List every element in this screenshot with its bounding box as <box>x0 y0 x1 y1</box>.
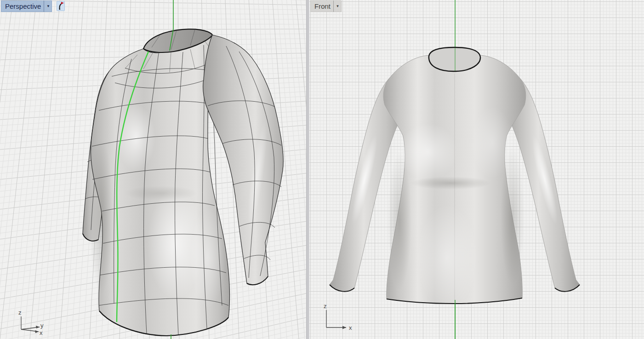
chevron-down-icon[interactable]: ▼ <box>44 0 52 12</box>
label-divider <box>44 0 44 12</box>
axis-label-z: z <box>324 303 327 310</box>
chevron-down-icon[interactable]: ▼ <box>334 0 342 12</box>
highlight <box>417 205 478 310</box>
axis-label-x: x <box>349 324 352 331</box>
shadow <box>501 147 524 285</box>
shadow <box>124 186 198 201</box>
rhino-workspace: z y x Perspective ▼ <box>0 0 644 339</box>
viewport-title-text[interactable]: Perspective <box>5 2 44 10</box>
highlight <box>190 207 225 308</box>
highlight <box>117 105 155 171</box>
dress-model-front[interactable] <box>330 47 580 310</box>
viewport-divider[interactable] <box>306 0 309 339</box>
shadow <box>89 138 113 294</box>
perspective-scene: z y x <box>0 0 306 339</box>
viewport-title-perspective[interactable]: Perspective ▼ <box>1 0 52 12</box>
viewport-title-front[interactable]: Front ▼ <box>310 0 342 12</box>
rotate-view-icon[interactable] <box>57 1 65 11</box>
dress-model-perspective[interactable] <box>83 29 283 336</box>
front-scene: z x <box>309 0 644 339</box>
axis-gizmo-perspective: z y x <box>18 309 44 336</box>
viewport-title-text[interactable]: Front <box>314 2 333 10</box>
axis-gizmo-front: z x <box>324 303 352 331</box>
viewport-perspective[interactable]: z y x Perspective ▼ <box>0 0 306 339</box>
neck-opening <box>429 47 480 71</box>
axis-label-y: y <box>40 322 44 329</box>
label-divider <box>333 0 334 12</box>
axis-label-x: x <box>40 329 43 336</box>
viewport-front[interactable]: z x Front ▼ <box>309 0 644 339</box>
shadow <box>388 152 411 290</box>
shadow <box>410 177 491 190</box>
axis-label-z: z <box>18 309 22 316</box>
